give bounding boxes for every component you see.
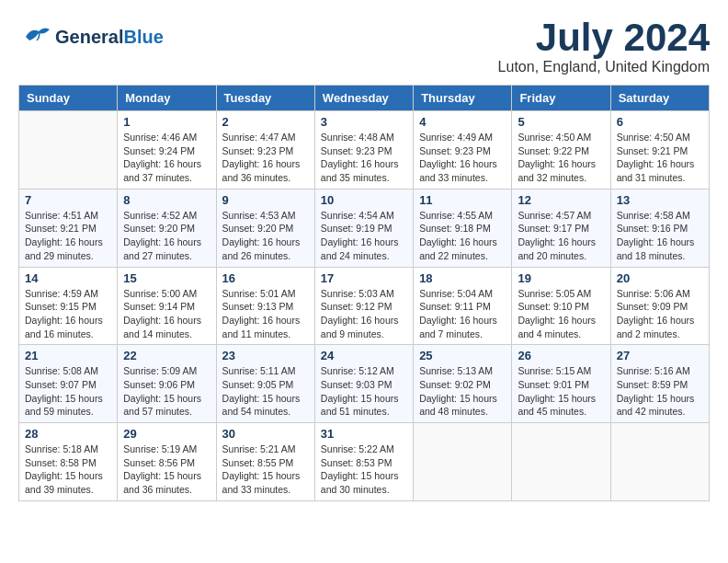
calendar-cell [610, 423, 709, 501]
calendar-cell: 7Sunrise: 4:51 AM Sunset: 9:21 PM Daylig… [19, 189, 118, 267]
calendar-cell: 24Sunrise: 5:12 AM Sunset: 9:03 PM Dayli… [314, 345, 413, 423]
page-header: GeneralBlue July 2024 Luton, England, Un… [18, 18, 710, 75]
weekday-header-wednesday: Wednesday [314, 86, 413, 111]
day-detail: Sunrise: 5:12 AM Sunset: 9:03 PM Dayligh… [321, 364, 407, 419]
day-number: 18 [419, 271, 506, 285]
calendar-week-row: 21Sunrise: 5:08 AM Sunset: 9:07 PM Dayli… [19, 345, 710, 423]
calendar-cell: 26Sunrise: 5:15 AM Sunset: 9:01 PM Dayli… [512, 345, 610, 423]
calendar-cell: 6Sunrise: 4:50 AM Sunset: 9:21 PM Daylig… [610, 111, 709, 190]
day-number: 2 [222, 115, 309, 129]
calendar-cell [414, 423, 512, 501]
weekday-header-monday: Monday [118, 86, 216, 111]
month-year-title: July 2024 [498, 18, 710, 57]
calendar-cell: 16Sunrise: 5:01 AM Sunset: 9:13 PM Dayli… [216, 267, 314, 345]
calendar-cell: 20Sunrise: 5:06 AM Sunset: 9:09 PM Dayli… [610, 267, 709, 345]
calendar-cell: 2Sunrise: 4:47 AM Sunset: 9:23 PM Daylig… [216, 111, 314, 190]
calendar-cell: 13Sunrise: 4:58 AM Sunset: 9:16 PM Dayli… [610, 189, 709, 267]
day-number: 31 [321, 427, 407, 441]
day-number: 1 [123, 115, 210, 129]
calendar-cell: 28Sunrise: 5:18 AM Sunset: 8:58 PM Dayli… [19, 423, 118, 501]
calendar-cell: 21Sunrise: 5:08 AM Sunset: 9:07 PM Dayli… [19, 345, 118, 423]
calendar-cell: 31Sunrise: 5:22 AM Sunset: 8:53 PM Dayli… [314, 423, 413, 501]
day-number: 11 [419, 193, 506, 207]
calendar-cell: 5Sunrise: 4:50 AM Sunset: 9:22 PM Daylig… [512, 111, 610, 190]
weekday-header-thursday: Thursday [414, 86, 512, 111]
day-number: 28 [25, 427, 111, 441]
day-number: 26 [518, 349, 604, 362]
weekday-header-tuesday: Tuesday [216, 86, 314, 111]
calendar-cell: 17Sunrise: 5:03 AM Sunset: 9:12 PM Dayli… [314, 267, 413, 345]
calendar-cell: 8Sunrise: 4:52 AM Sunset: 9:20 PM Daylig… [118, 189, 216, 267]
weekday-header-saturday: Saturday [610, 86, 709, 111]
day-detail: Sunrise: 4:59 AM Sunset: 9:15 PM Dayligh… [25, 287, 111, 341]
day-number: 29 [123, 427, 210, 441]
day-number: 16 [222, 271, 309, 285]
day-detail: Sunrise: 4:51 AM Sunset: 9:21 PM Dayligh… [25, 209, 111, 263]
day-number: 10 [321, 193, 407, 207]
day-number: 22 [123, 349, 210, 362]
calendar-cell: 1Sunrise: 4:46 AM Sunset: 9:24 PM Daylig… [118, 111, 216, 190]
calendar-cell: 4Sunrise: 4:49 AM Sunset: 9:23 PM Daylig… [414, 111, 512, 190]
day-detail: Sunrise: 5:05 AM Sunset: 9:10 PM Dayligh… [518, 287, 604, 341]
logo-blue: Blue [123, 27, 163, 47]
weekday-header-row: SundayMondayTuesdayWednesdayThursdayFrid… [19, 86, 710, 111]
calendar-week-row: 1Sunrise: 4:46 AM Sunset: 9:24 PM Daylig… [19, 111, 710, 190]
day-detail: Sunrise: 5:01 AM Sunset: 9:13 PM Dayligh… [222, 287, 309, 341]
day-number: 24 [321, 349, 407, 362]
title-section: July 2024 Luton, England, United Kingdom [498, 18, 710, 75]
day-number: 12 [518, 193, 604, 207]
day-number: 23 [222, 349, 309, 362]
day-number: 14 [25, 271, 111, 285]
calendar-cell: 15Sunrise: 5:00 AM Sunset: 9:14 PM Dayli… [118, 267, 216, 345]
day-detail: Sunrise: 4:50 AM Sunset: 9:22 PM Dayligh… [518, 131, 604, 185]
day-detail: Sunrise: 5:00 AM Sunset: 9:14 PM Dayligh… [123, 287, 210, 341]
calendar-cell: 14Sunrise: 4:59 AM Sunset: 9:15 PM Dayli… [19, 267, 118, 345]
weekday-header-sunday: Sunday [19, 86, 118, 111]
day-detail: Sunrise: 5:19 AM Sunset: 8:56 PM Dayligh… [123, 442, 210, 497]
calendar-cell: 29Sunrise: 5:19 AM Sunset: 8:56 PM Dayli… [118, 423, 216, 501]
calendar-week-row: 28Sunrise: 5:18 AM Sunset: 8:58 PM Dayli… [19, 423, 710, 501]
calendar-cell: 19Sunrise: 5:05 AM Sunset: 9:10 PM Dayli… [512, 267, 610, 345]
day-number: 9 [222, 193, 309, 207]
logo: GeneralBlue [18, 18, 164, 55]
calendar-cell: 18Sunrise: 5:04 AM Sunset: 9:11 PM Dayli… [414, 267, 512, 345]
location-subtitle: Luton, England, United Kingdom [498, 59, 710, 75]
day-detail: Sunrise: 4:46 AM Sunset: 9:24 PM Dayligh… [123, 131, 210, 185]
day-detail: Sunrise: 4:53 AM Sunset: 9:20 PM Dayligh… [222, 209, 309, 263]
day-number: 20 [617, 271, 703, 285]
day-detail: Sunrise: 5:11 AM Sunset: 9:05 PM Dayligh… [222, 364, 309, 419]
day-detail: Sunrise: 5:06 AM Sunset: 9:09 PM Dayligh… [617, 287, 703, 341]
calendar-cell: 11Sunrise: 4:55 AM Sunset: 9:18 PM Dayli… [414, 189, 512, 267]
day-detail: Sunrise: 4:48 AM Sunset: 9:23 PM Dayligh… [321, 131, 407, 185]
day-detail: Sunrise: 5:16 AM Sunset: 8:59 PM Dayligh… [617, 364, 703, 419]
day-detail: Sunrise: 4:58 AM Sunset: 9:16 PM Dayligh… [617, 209, 703, 263]
day-number: 21 [25, 349, 111, 362]
day-number: 27 [617, 349, 703, 362]
calendar-cell: 22Sunrise: 5:09 AM Sunset: 9:06 PM Dayli… [118, 345, 216, 423]
day-detail: Sunrise: 4:54 AM Sunset: 9:19 PM Dayligh… [321, 209, 407, 263]
calendar-cell: 23Sunrise: 5:11 AM Sunset: 9:05 PM Dayli… [216, 345, 314, 423]
day-detail: Sunrise: 4:55 AM Sunset: 9:18 PM Dayligh… [419, 209, 506, 263]
calendar-cell: 27Sunrise: 5:16 AM Sunset: 8:59 PM Dayli… [610, 345, 709, 423]
day-detail: Sunrise: 5:03 AM Sunset: 9:12 PM Dayligh… [321, 287, 407, 341]
calendar-cell [512, 423, 610, 501]
day-detail: Sunrise: 5:08 AM Sunset: 9:07 PM Dayligh… [25, 364, 111, 419]
day-number: 5 [518, 115, 604, 129]
day-number: 30 [222, 427, 309, 441]
day-detail: Sunrise: 5:15 AM Sunset: 9:01 PM Dayligh… [518, 364, 604, 419]
day-number: 4 [419, 115, 506, 129]
calendar-week-row: 14Sunrise: 4:59 AM Sunset: 9:15 PM Dayli… [19, 267, 710, 345]
day-number: 19 [518, 271, 604, 285]
logo-text-block: GeneralBlue [55, 27, 164, 47]
day-number: 25 [419, 349, 506, 362]
calendar-week-row: 7Sunrise: 4:51 AM Sunset: 9:21 PM Daylig… [19, 189, 710, 267]
calendar-cell: 10Sunrise: 4:54 AM Sunset: 9:19 PM Dayli… [314, 189, 413, 267]
calendar-cell: 25Sunrise: 5:13 AM Sunset: 9:02 PM Dayli… [414, 345, 512, 423]
day-detail: Sunrise: 5:04 AM Sunset: 9:11 PM Dayligh… [419, 287, 506, 341]
logo-bird-icon [18, 18, 51, 55]
day-number: 8 [123, 193, 210, 207]
day-number: 13 [617, 193, 703, 207]
day-detail: Sunrise: 4:57 AM Sunset: 9:17 PM Dayligh… [518, 209, 604, 263]
calendar-cell: 3Sunrise: 4:48 AM Sunset: 9:23 PM Daylig… [314, 111, 413, 190]
day-detail: Sunrise: 4:47 AM Sunset: 9:23 PM Dayligh… [222, 131, 309, 185]
